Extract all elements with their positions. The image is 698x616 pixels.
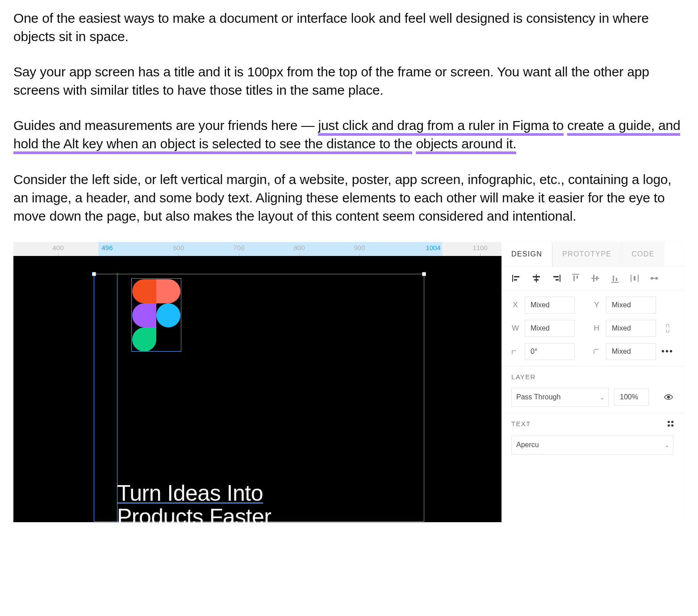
chevron-down-icon: ⌄: [665, 442, 669, 448]
ruler-tick-label: 400: [52, 244, 63, 251]
align-top-icon[interactable]: [570, 273, 581, 284]
distribute-h-icon[interactable]: [629, 273, 640, 284]
canvas-text-layer[interactable]: Turn Ideas Into Products Faster: [117, 482, 271, 522]
label-h: H: [593, 324, 601, 333]
panel-tabs: DESIGN PROTOTYPE CODE: [502, 242, 683, 267]
h-field[interactable]: Mixed: [606, 320, 656, 337]
svg-rect-14: [596, 276, 598, 281]
rotation-icon: [511, 348, 519, 355]
svg-rect-16: [613, 276, 614, 281]
svg-rect-1: [514, 276, 519, 277]
svg-rect-8: [556, 279, 559, 281]
layer-title: LAYER: [511, 373, 673, 381]
paragraph: Consider the left side, or left vertical…: [13, 170, 685, 225]
svg-rect-2: [514, 279, 517, 281]
design-canvas[interactable]: Turn Ideas Into Products Faster: [13, 256, 502, 522]
position-section: X Mixed Y Mixed W Mixed H Mixed: [502, 290, 683, 367]
tab-prototype[interactable]: PROTOTYPE: [552, 242, 622, 266]
more-options-icon[interactable]: •••: [661, 346, 673, 356]
figma-screenshot: 400 496 600 700 800 900 1004 1100: [13, 242, 683, 522]
paragraph: Say your app screen has a title and it i…: [13, 63, 685, 99]
highlighted-text: just click and drag from a ruler in Figm…: [318, 118, 564, 136]
ruler-tick-label: 800: [293, 244, 305, 251]
ruler-tick-label: 700: [233, 244, 244, 251]
canvas-column: 400 496 600 700 800 900 1004 1100: [13, 242, 502, 522]
label-y: Y: [593, 301, 601, 310]
svg-point-24: [668, 396, 670, 398]
ruler-tick-label: 1100: [472, 244, 487, 251]
svg-rect-23: [656, 277, 657, 280]
align-left-icon[interactable]: [511, 273, 522, 284]
paragraph-highlighted: Guides and measurements are your friends…: [13, 116, 685, 153]
svg-rect-11: [577, 276, 578, 279]
ruler-tick-label: 496: [101, 244, 113, 251]
corner-radius-icon: [593, 348, 601, 355]
svg-rect-17: [616, 278, 617, 281]
tab-code[interactable]: CODE: [622, 242, 664, 266]
align-tools: [502, 267, 683, 290]
layer-section: LAYER Pass Through ⌄ 100%: [502, 367, 683, 414]
align-center-v-icon[interactable]: [590, 273, 601, 284]
y-field[interactable]: Mixed: [606, 297, 656, 314]
constrain-proportions-icon[interactable]: [664, 324, 671, 333]
style-options-icon[interactable]: [668, 421, 673, 427]
ruler-tick-label: 900: [354, 244, 365, 251]
horizontal-ruler[interactable]: 400 496 600 700 800 900 1004 1100: [13, 242, 502, 256]
svg-rect-22: [651, 277, 653, 280]
corner-radius-field[interactable]: Mixed: [606, 343, 656, 360]
svg-rect-20: [634, 276, 635, 281]
font-family-select[interactable]: Apercu ⌄: [511, 436, 673, 455]
opacity-field[interactable]: 100%: [614, 389, 649, 406]
label-w: W: [511, 324, 519, 333]
text-section: TEXT Apercu ⌄: [502, 414, 683, 461]
paragraph: One of the easiest ways to make a docume…: [13, 9, 685, 46]
properties-panel: DESIGN PROTOTYPE CODE X: [502, 242, 683, 522]
blend-mode-select[interactable]: Pass Through ⌄: [511, 388, 609, 407]
tab-design[interactable]: DESIGN: [502, 242, 552, 266]
x-field[interactable]: Mixed: [525, 297, 575, 314]
align-center-h-icon[interactable]: [531, 273, 542, 284]
svg-rect-5: [534, 279, 539, 281]
svg-rect-13: [593, 275, 594, 282]
svg-rect-10: [573, 276, 575, 281]
chevron-down-icon: ⌄: [600, 394, 605, 401]
text-title: TEXT: [511, 420, 531, 427]
rotation-field[interactable]: 0°: [525, 343, 575, 360]
align-bottom-icon[interactable]: [610, 273, 620, 284]
align-right-icon[interactable]: [551, 273, 561, 284]
svg-rect-4: [533, 276, 540, 277]
label-x: X: [511, 301, 519, 310]
article-body: One of the easiest ways to make a docume…: [13, 9, 685, 225]
w-field[interactable]: Mixed: [525, 320, 575, 337]
visibility-icon[interactable]: [664, 392, 673, 402]
ruler-tick-label: 600: [173, 244, 184, 251]
svg-rect-7: [553, 276, 559, 277]
ruler-tick-label: 1004: [426, 244, 440, 251]
figma-logo[interactable]: [132, 279, 180, 351]
tidy-up-icon[interactable]: [649, 273, 660, 284]
highlighted-text: objects around it.: [416, 136, 516, 154]
